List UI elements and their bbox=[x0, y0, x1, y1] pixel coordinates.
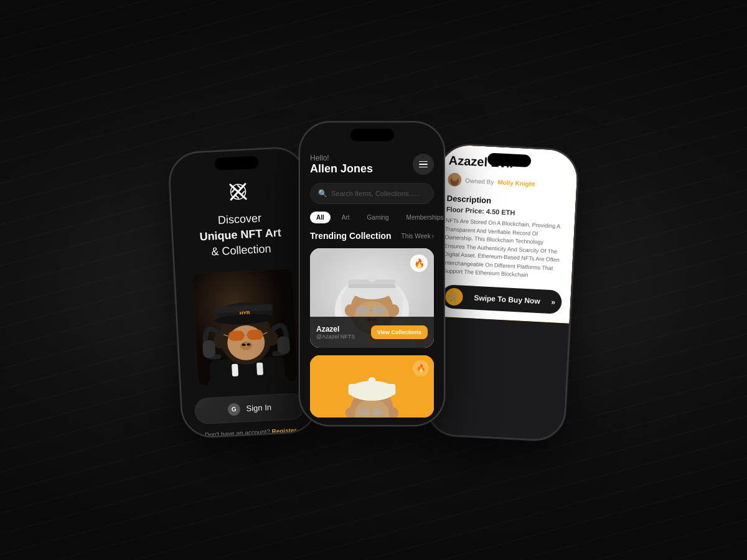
description-text: NFTs Are Stored On A Blockchain, Providi… bbox=[443, 217, 566, 281]
register-link[interactable]: Register bbox=[271, 426, 297, 434]
search-bar[interactable]: 🔍 Search Items, Collections...... bbox=[310, 183, 434, 204]
tab-all[interactable]: All bbox=[310, 212, 331, 223]
signin-label: Sign In bbox=[246, 403, 271, 413]
logo-icon bbox=[228, 181, 249, 202]
svg-point-43 bbox=[345, 304, 356, 317]
menu-line-2 bbox=[419, 164, 428, 165]
svg-rect-52 bbox=[359, 409, 370, 416]
card2-fire-icon: 🔥 bbox=[413, 360, 429, 376]
svg-rect-53 bbox=[372, 409, 383, 416]
detail-bottom: Azazel Evil Owned By Molly Knight bbox=[432, 144, 578, 324]
svg-rect-35 bbox=[349, 284, 396, 288]
svg-point-44 bbox=[388, 304, 399, 317]
swipe-arrows: » bbox=[551, 297, 555, 306]
svg-point-51 bbox=[369, 377, 376, 385]
trending-header: Trending Collection This Week › bbox=[310, 231, 434, 241]
nft-card-2: 🔥 bbox=[310, 355, 434, 418]
register-text: Don't have an account? Register bbox=[205, 426, 297, 437]
svg-rect-38 bbox=[372, 306, 386, 315]
view-collections-button[interactable]: View Collections bbox=[371, 325, 428, 339]
tab-memberships[interactable]: Memberships bbox=[400, 212, 444, 223]
svg-rect-50 bbox=[349, 384, 396, 395]
svg-point-36 bbox=[367, 272, 377, 282]
nft-card-1: 🔥 Azazel @Azazel NFTS View Collections bbox=[310, 248, 434, 348]
tab-art[interactable]: Art bbox=[336, 212, 356, 223]
signin-button[interactable]: G Sign In bbox=[194, 393, 305, 424]
greeting-row: Hello! Allen Jones bbox=[310, 154, 434, 175]
phone-3: ‹ 🔥 Azazel Evil bbox=[425, 142, 580, 442]
phone-1: Discover Unique NFT Art & Collection bbox=[167, 146, 319, 439]
nft-name: Azazel bbox=[316, 325, 355, 334]
tab-gaming[interactable]: Gaming bbox=[361, 212, 395, 223]
notch-3 bbox=[487, 152, 531, 167]
svg-rect-37 bbox=[356, 306, 370, 315]
phones-container: Discover Unique NFT Art & Collection bbox=[0, 0, 747, 560]
svg-rect-11 bbox=[228, 330, 245, 341]
notch-1 bbox=[215, 156, 259, 170]
svg-rect-22 bbox=[277, 336, 290, 354]
filter-tabs: All Art Gaming Memberships P bbox=[310, 212, 434, 223]
nft-card-1-overlay: Azazel @Azazel NFTS View Collections bbox=[310, 317, 434, 348]
user-name: Allen Jones bbox=[310, 162, 373, 175]
notch-2 bbox=[350, 129, 394, 141]
owner-row: Owned By Molly Knight bbox=[448, 172, 568, 192]
svg-rect-12 bbox=[247, 329, 263, 340]
menu-line-1 bbox=[419, 161, 428, 162]
svg-rect-21 bbox=[202, 340, 215, 358]
svg-rect-23 bbox=[232, 363, 238, 376]
phone-2: Hello! Allen Jones 🔍 Search Items, Colle… bbox=[299, 121, 445, 426]
nft-handle: @Azazel NFTS bbox=[316, 334, 355, 340]
card1-fire-icon: 🔥 bbox=[410, 254, 428, 272]
search-placeholder: Search Items, Collections...... bbox=[331, 190, 420, 197]
this-week[interactable]: This Week › bbox=[402, 233, 434, 240]
owner-avatar bbox=[448, 172, 462, 187]
menu-button[interactable] bbox=[413, 154, 434, 175]
cart-icon: 🛒 bbox=[445, 287, 463, 306]
greeting: Hello! bbox=[310, 154, 373, 162]
screen-3: ‹ 🔥 Azazel Evil bbox=[426, 144, 578, 441]
svg-rect-24 bbox=[256, 362, 263, 375]
screen-1: Discover Unique NFT Art & Collection bbox=[169, 147, 318, 438]
menu-line-3 bbox=[419, 167, 428, 168]
owner-name: Molly Knight bbox=[497, 179, 535, 187]
ape-image-1: HYB bbox=[192, 268, 298, 385]
trending-title: Trending Collection bbox=[310, 231, 392, 241]
search-icon: 🔍 bbox=[318, 189, 327, 198]
screen-2: Hello! Allen Jones 🔍 Search Items, Colle… bbox=[300, 123, 444, 425]
owned-by-label: Owned By bbox=[465, 177, 494, 185]
swipe-to-buy-button[interactable]: 🛒 Swipe To Buy Now » bbox=[441, 284, 563, 314]
swipe-label: Swipe To Buy Now bbox=[469, 293, 545, 306]
discover-title: Discover Unique NFT Art & Collection bbox=[199, 210, 283, 261]
google-icon: G bbox=[227, 403, 240, 416]
